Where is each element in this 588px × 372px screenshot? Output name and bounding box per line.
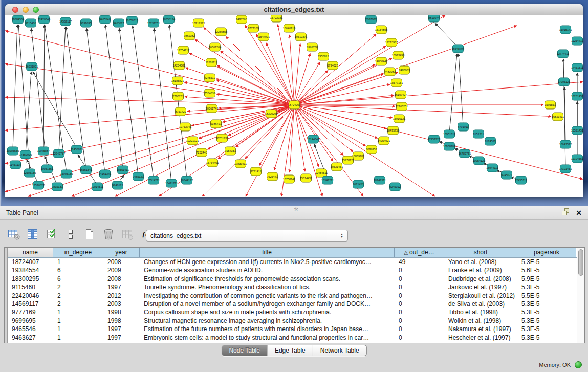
table-cell[interactable]: 1	[53, 308, 103, 316]
table-cell[interactable]: 1998	[103, 308, 140, 316]
column-header-pagerank[interactable]: pagerank	[517, 248, 576, 257]
table-row[interactable]: 1830029562008Estimation of significance …	[8, 275, 577, 283]
table-cell[interactable]: 2	[53, 300, 103, 308]
tab-node-table[interactable]: Node Table	[222, 345, 267, 356]
table-cell[interactable]: Disruption of a novel member of a sodium…	[140, 300, 395, 308]
table-cell[interactable]: Corpus callosum shape and size in male p…	[140, 308, 395, 316]
table-cell[interactable]: 0	[395, 266, 444, 274]
network-canvas-svg[interactable]: 1872400716912325986238212754712142040811…	[5, 15, 583, 197]
table-cell[interactable]: Genome-wide association studies in ADHD.	[140, 266, 395, 274]
table-cell[interactable]: 9465546	[8, 325, 53, 333]
table-row[interactable]: 911546021997Tourette syndrome. Phenomeno…	[8, 283, 577, 291]
column-header-year[interactable]: year	[103, 248, 140, 257]
rename-table-icon[interactable]	[64, 228, 77, 241]
table-row[interactable]: 1456911722003Disruption of a novel membe…	[8, 300, 577, 308]
table-cell[interactable]: Wolkin et al. (1998)	[444, 317, 517, 325]
table-cell[interactable]: 5.3E-5	[517, 325, 576, 333]
column-header-title[interactable]: title	[140, 248, 395, 257]
table-cell[interactable]: 1997	[103, 334, 140, 342]
table-cell[interactable]: Embryonic stem cells: a model to study s…	[140, 334, 395, 342]
table-row[interactable]: 1938455462009Genome-wide association stu…	[8, 266, 577, 274]
table-selector-dropdown[interactable]: citations_edges.txt ▲▼	[146, 230, 348, 242]
column-header-in-degree[interactable]: in_degree	[53, 248, 103, 257]
table-cell[interactable]: 2	[53, 283, 103, 291]
table-cell[interactable]: 14569117	[8, 300, 53, 308]
table-cell[interactable]: 0	[395, 300, 444, 308]
show-columns-icon[interactable]	[26, 228, 39, 241]
table-cell[interactable]: 0	[395, 334, 444, 342]
tab-network-table[interactable]: Network Table	[313, 345, 366, 356]
table-cell[interactable]: 5.6E-5	[517, 266, 576, 274]
table-cell[interactable]: Jankovic et al. (1997)	[444, 283, 517, 291]
scrollbar-thumb[interactable]	[578, 249, 583, 276]
table-cell[interactable]: Hescheler et al. (1997)	[444, 334, 517, 342]
delete-columns-icon[interactable]	[102, 228, 115, 241]
table-row[interactable]: 1872400712008Changes of HCN gene express…	[8, 258, 577, 266]
table-cell[interactable]: Tibbo et al. (1998)	[444, 308, 517, 316]
close-panel-icon[interactable]: ✕	[576, 209, 582, 217]
table-cell[interactable]: 1	[53, 317, 103, 325]
splitter-handle-icon[interactable]: ⚒	[294, 207, 298, 212]
table-mode-icon[interactable]	[7, 228, 20, 241]
column-header-out-degree[interactable]: △out_de…	[395, 248, 444, 257]
vertical-scrollbar[interactable]	[577, 248, 584, 343]
table-cell[interactable]: Franke et al. (2009)	[444, 266, 517, 274]
table-cell[interactable]: Estimation of significance thresholds fo…	[140, 275, 395, 283]
table-cell[interactable]: 5.3E-5	[517, 258, 576, 266]
table-cell[interactable]: 5.3E-5	[517, 308, 576, 316]
table-cell[interactable]: 0	[395, 292, 444, 300]
window-titlebar[interactable]: citations_edges.txt	[5, 4, 583, 15]
table-cell[interactable]: 5.3E-5	[517, 334, 576, 342]
table-cell[interactable]: Dudbridge et al. (2008)	[444, 275, 517, 283]
table-cell[interactable]: 1	[53, 325, 103, 333]
table-cell[interactable]: 2	[53, 292, 103, 300]
delete-table-icon[interactable]	[121, 228, 134, 241]
table-cell[interactable]: 5.3E-5	[517, 317, 576, 325]
create-column-icon[interactable]	[83, 228, 96, 241]
table-cell[interactable]: 9777169	[8, 308, 53, 316]
table-cell[interactable]: 49	[395, 258, 444, 266]
table-row[interactable]: 946554611997Estimation of the future num…	[8, 325, 577, 333]
table-cell[interactable]: de Silva et al. (2003)	[444, 300, 517, 308]
table-cell[interactable]: 18300295	[8, 275, 53, 283]
table-row[interactable]: 977716911998Corpus callosum shape and si…	[8, 308, 577, 316]
network-canvas[interactable]: 1872400716912325986238212754712142040811…	[5, 15, 583, 197]
table-cell[interactable]: Investigating the contribution of common…	[140, 292, 395, 300]
table-cell[interactable]: 0	[395, 308, 444, 316]
table-cell[interactable]: Structural magnetic resonance image aver…	[140, 317, 395, 325]
table-cell[interactable]: 0	[395, 317, 444, 325]
table-cell[interactable]: 5.3E-5	[517, 300, 576, 308]
table-cell[interactable]: 2012	[103, 292, 140, 300]
table-cell[interactable]: Tourette syndrome. Phenomenology and cla…	[140, 283, 395, 291]
table-cell[interactable]: 1998	[103, 317, 140, 325]
table-row[interactable]: 946362711997Embryonic stem cells: a mode…	[8, 334, 577, 342]
table-cell[interactable]: 9699695	[8, 317, 53, 325]
table-cell[interactable]: 0	[395, 283, 444, 291]
table-cell[interactable]: 6	[53, 275, 103, 283]
table-cell[interactable]: Stergiakouli et al. (2012)	[444, 292, 517, 300]
table-cell[interactable]: Yano et al. (2008)	[444, 258, 517, 266]
table-cell[interactable]: 22420046	[8, 292, 53, 300]
table-cell[interactable]: 2008	[103, 275, 140, 283]
table-cell[interactable]: Estimation of the future numbers of pati…	[140, 325, 395, 333]
table-cell[interactable]: 1997	[103, 283, 140, 291]
table-cell[interactable]: 0	[395, 275, 444, 283]
table-cell[interactable]: 5.9E-5	[517, 275, 576, 283]
table-cell[interactable]: Changes of HCN gene expression and I(f) …	[140, 258, 395, 266]
table-cell[interactable]: 19384554	[8, 266, 53, 274]
column-header-name[interactable]: name	[8, 248, 53, 257]
table-cell[interactable]: 5.5E-5	[517, 292, 576, 300]
column-header-short[interactable]: short	[444, 248, 517, 257]
table-row[interactable]: 969969511998Structural magnetic resonanc…	[8, 317, 577, 325]
table-cell[interactable]: 1997	[103, 325, 140, 333]
tab-edge-table[interactable]: Edge Table	[267, 345, 313, 356]
table-cell[interactable]: 9115460	[8, 283, 53, 291]
memory-indicator-icon[interactable]	[575, 361, 582, 368]
table-cell[interactable]: 2003	[103, 300, 140, 308]
table-cell[interactable]: 2008	[103, 258, 140, 266]
float-panel-icon[interactable]	[562, 208, 570, 217]
table-cell[interactable]: 6	[53, 266, 103, 274]
table-cell[interactable]: 5.3E-5	[517, 283, 576, 291]
table-cell[interactable]: 9463627	[8, 334, 53, 342]
table-cell[interactable]: 1	[53, 334, 103, 342]
